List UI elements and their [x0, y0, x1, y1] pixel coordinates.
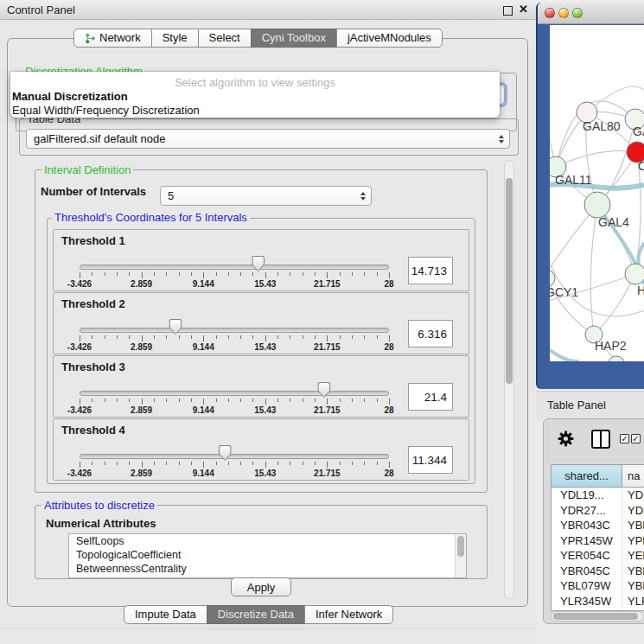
cell-shared-name[interactable]: YBR043C: [552, 518, 622, 533]
table-row[interactable]: YBR043CYBR0: [552, 518, 644, 533]
threshold-slider[interactable]: -3.4262.8599.14415.4321.71528: [80, 317, 389, 352]
slider-tick-label: -3.426: [67, 342, 92, 352]
number-of-intervals-combobox[interactable]: 5: [160, 186, 372, 206]
checkbox-icon[interactable]: ✓: [631, 434, 641, 443]
table-row[interactable]: YBR045CYBR0: [552, 564, 644, 579]
slider-tick: [166, 399, 167, 402]
settings-vertical-scrollbar[interactable]: [504, 160, 514, 599]
attribute-item-selfloops[interactable]: SelfLoops: [69, 534, 466, 548]
cell-name[interactable]: YPR1: [622, 533, 644, 549]
threshold-label: Threshold 3: [61, 360, 125, 373]
settings-scrollbar-thumb[interactable]: [506, 178, 513, 384]
table-row[interactable]: YBL079WYBL0: [552, 578, 644, 594]
bottom-divider: [0, 628, 536, 629]
tab-discretize-data[interactable]: Discretize Data: [207, 605, 305, 624]
cell-name[interactable]: YDL1: [622, 488, 644, 503]
popup-item-manual-discretization[interactable]: Manual Discretization: [12, 90, 128, 103]
cell-shared-name[interactable]: YBR045C: [552, 564, 622, 579]
threshold-slider[interactable]: -3.4262.8599.14415.4321.71528: [80, 380, 389, 415]
threshold-slider[interactable]: -3.4262.8599.14415.4321.71528: [80, 254, 389, 289]
threshold-1-value-field[interactable]: 14.713: [408, 257, 453, 284]
slider-tick: [179, 462, 180, 465]
network-node-h[interactable]: [625, 264, 644, 284]
slider-tick: [340, 399, 341, 402]
slider-track[interactable]: [80, 454, 389, 459]
slider-tick-label: 28: [384, 469, 393, 478]
cell-shared-name[interactable]: YDR27...: [552, 503, 622, 519]
apply-button[interactable]: Apply: [231, 577, 291, 596]
slider-tick: [203, 335, 204, 341]
close-icon[interactable]: ✕: [519, 3, 528, 16]
popup-item-equal-width-frequency[interactable]: Equal Width/Frequency Discretization: [12, 104, 200, 117]
table-row[interactable]: YDL19...YDL1: [552, 488, 644, 503]
minimize-traffic-light-icon[interactable]: [558, 8, 569, 18]
slider-tick: [340, 335, 341, 339]
table-row[interactable]: YER054CYER0: [552, 548, 644, 564]
zoom-traffic-light-icon[interactable]: [572, 8, 583, 18]
slider-tick-label: 28: [384, 342, 393, 352]
slider-tick: [277, 462, 278, 465]
cell-name[interactable]: YBR0: [622, 518, 644, 533]
table-row[interactable]: YDR27...YDR2: [552, 503, 644, 519]
node-attribute-table[interactable]: shared... na YDL19...YDL1YDR27...YDR2YBR…: [551, 464, 644, 611]
table-row[interactable]: YPR145WYPR1: [552, 533, 644, 549]
tab-style[interactable]: Style: [151, 29, 199, 48]
tab-cyni-toolbox[interactable]: Cyni Toolbox: [251, 29, 337, 48]
gear-icon[interactable]: [558, 430, 574, 447]
network-node[interactable]: [608, 356, 625, 361]
cell-shared-name[interactable]: YDL19...: [552, 488, 622, 503]
cell-shared-name[interactable]: YBL079W: [552, 578, 622, 594]
cell-name[interactable]: YBL0: [622, 578, 644, 594]
table-data-combobox[interactable]: galFiltered.sif default node: [26, 129, 510, 149]
tab-select[interactable]: Select: [198, 29, 252, 48]
column-header-name[interactable]: na: [622, 465, 644, 488]
cell-shared-name[interactable]: YPR145W: [552, 533, 622, 549]
numerical-attributes-list[interactable]: SelfLoopsTopologicalCoefficientBetweenne…: [68, 533, 467, 578]
slider-tick-label: 2.859: [131, 469, 152, 478]
cell-name[interactable]: YLR3: [622, 594, 644, 609]
float-window-icon[interactable]: [503, 6, 513, 16]
table-scrollbar-thumb[interactable]: [553, 613, 638, 620]
network-canvas[interactable]: GAL80GACYGAL11GAL4HGCY1HAP2: [550, 25, 644, 361]
table-row[interactable]: YLR345WYLR3: [552, 594, 644, 609]
slider-tick: [303, 399, 303, 402]
tab-impute-data[interactable]: Impute Data: [124, 605, 207, 624]
column-header-shared-name[interactable]: shared...: [552, 465, 622, 488]
slider-tick: [303, 335, 303, 339]
list-scrollbar[interactable]: [455, 534, 466, 577]
network-node-label: HAP2: [595, 339, 627, 353]
slider-tick: [117, 462, 118, 465]
threshold-2-value-field[interactable]: 6.316: [408, 320, 453, 348]
close-traffic-light-icon[interactable]: [545, 8, 555, 18]
checkbox-icon[interactable]: ✓: [620, 434, 629, 443]
slider-tick-label: -3.426: [67, 405, 92, 415]
slider-tick: [389, 399, 390, 405]
cell-name[interactable]: YER0: [622, 548, 644, 564]
slider-tick: [340, 462, 341, 465]
slider-tick-label: 15.43: [254, 469, 276, 478]
slider-tick: [290, 335, 290, 339]
cell-name[interactable]: YDR2: [622, 503, 644, 519]
attribute-item-betweennesscentrality[interactable]: BetweennessCentrality: [69, 562, 466, 576]
columns-icon[interactable]: [591, 430, 610, 449]
slider-tick: [216, 272, 217, 276]
threshold-slider[interactable]: -3.4262.8599.14415.4321.71528: [80, 443, 389, 478]
threshold-4-value-field[interactable]: 11.344: [408, 446, 453, 474]
table-horizontal-scrollbar[interactable]: [551, 611, 644, 622]
slider-tick: [389, 335, 390, 341]
slider-track[interactable]: [80, 328, 389, 333]
slider-track[interactable]: [80, 391, 389, 396]
cell-shared-name[interactable]: YLR345W: [552, 594, 622, 609]
tab-network[interactable]: Network: [73, 29, 152, 48]
slider-track[interactable]: [80, 265, 389, 270]
network-node-gal4[interactable]: [584, 192, 610, 218]
cell-shared-name[interactable]: YER054C: [552, 548, 622, 564]
threshold-3-value-field[interactable]: 21.4: [408, 383, 453, 411]
cell-name[interactable]: YBR0: [622, 564, 644, 579]
tab-jactivemnodules[interactable]: jActiveMNodules: [336, 29, 443, 48]
slider-tick: [377, 399, 378, 402]
attribute-item-topologicalcoefficient[interactable]: TopologicalCoefficient: [69, 548, 466, 562]
list-scrollbar-thumb[interactable]: [457, 536, 464, 557]
tab-infer-network[interactable]: Infer Network: [304, 605, 393, 624]
slider-tick: [315, 272, 316, 276]
